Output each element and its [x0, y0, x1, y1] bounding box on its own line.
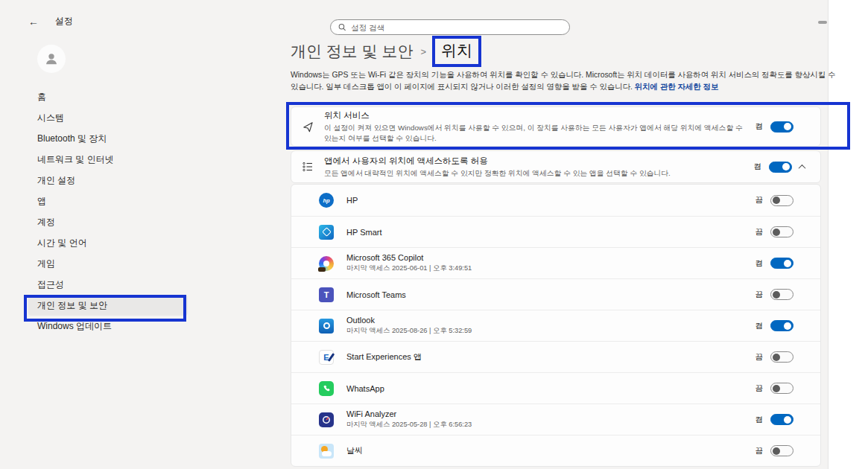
app-access-card[interactable]: 앱에서 사용자의 위치에 액세스하도록 허용 모든 앱에서 대략적인 위치에 액…	[291, 150, 821, 183]
app-name: 날씨	[346, 445, 743, 456]
sidebar-item-6[interactable]: 계정	[28, 211, 188, 232]
breadcrumb-parent[interactable]: 개인 정보 및 보안	[291, 41, 414, 62]
scrollbar-thumb[interactable]	[818, 21, 827, 24]
settings-window: ← 설정 홈시스템Bluetooth 및 장치네트워크 및 인터넷개인 설정앱계…	[0, 0, 829, 469]
location-service-card: 위치 서비스 이 설정이 켜져 있으면 Windows에서 위치를 사용할 수 …	[291, 106, 821, 147]
app-row: Outlook 마지막 액세스 2025-08-26 | 오후 5:32:59 …	[291, 310, 820, 341]
hp-icon: hp	[319, 193, 334, 208]
sidebar-item-label: Windows 업데이트	[37, 320, 112, 333]
app-access-text: 앱에서 사용자의 위치에 액세스하도록 허용 모든 앱에서 대략적인 위치에 액…	[324, 156, 754, 179]
app-name: WhatsApp	[346, 384, 743, 393]
search-box[interactable]	[330, 19, 570, 35]
app-name: Start Experiences 앱	[346, 351, 743, 363]
app-location-toggle[interactable]	[770, 320, 793, 331]
expander-chevron[interactable]	[792, 165, 811, 170]
app-permission-list: hp HP 끔 HP Smart 끔 Microsoft 365 Copilot…	[291, 184, 821, 467]
app-location-toggle[interactable]	[770, 414, 793, 425]
location-service-toggle-label: 켬	[755, 121, 764, 132]
learn-more-link[interactable]: 위치에 관한 자세한 정보	[635, 83, 719, 91]
app-location-toggle[interactable]	[770, 226, 793, 237]
toggle-knob	[773, 447, 780, 455]
app-access-toggle[interactable]	[769, 162, 792, 173]
window-header: ← 설정	[28, 15, 73, 28]
app-row: Microsoft 365 Copilot 마지막 액세스 2025-06-01…	[291, 247, 820, 278]
search-icon	[338, 23, 346, 31]
location-service-title: 위치 서비스	[324, 110, 745, 121]
settings-app-screenshot: ← 설정 홈시스템Bluetooth 및 장치네트워크 및 인터넷개인 설정앱계…	[0, 0, 868, 469]
user-avatar	[37, 45, 66, 73]
app-location-toggle[interactable]	[770, 258, 793, 269]
toggle-knob	[773, 197, 780, 204]
sidebar-item-label: 계정	[37, 216, 55, 229]
person-icon	[43, 51, 60, 67]
app-access-title: 앱에서 사용자의 위치에 액세스하도록 허용	[324, 156, 744, 167]
location-service-toggle[interactable]	[770, 121, 793, 133]
page-description: Windows는 GPS 또는 Wi-Fi 같은 장치의 기능을 사용하여 위치…	[291, 69, 842, 93]
app-row: E Start Experiences 앱 끔	[291, 341, 820, 372]
app-toggle-label: 켬	[755, 258, 764, 269]
app-toggle-label: 끔	[755, 383, 764, 394]
sidebar-item-5[interactable]: 앱	[28, 191, 188, 211]
app-location-toggle[interactable]	[770, 383, 793, 394]
teams-icon: T	[319, 287, 334, 302]
back-icon[interactable]: ←	[28, 16, 39, 28]
app-location-toggle[interactable]	[770, 351, 793, 363]
outlook-icon	[319, 319, 334, 334]
app-name: Microsoft Teams	[346, 290, 743, 299]
toggle-knob	[773, 291, 780, 299]
app-row: WhatsApp 끔	[291, 372, 820, 403]
sidebar-item-4[interactable]: 개인 설정	[28, 170, 188, 191]
app-name: Outlook	[346, 316, 743, 325]
app-name: WiFi Analyzer	[346, 409, 743, 418]
app-row: HP Smart 끔	[291, 216, 820, 247]
app-name: HP	[346, 196, 743, 205]
whatsapp-icon	[319, 381, 334, 396]
toggle-knob	[784, 416, 791, 424]
toggle-knob	[782, 163, 790, 170]
sidebar-item-11[interactable]: Windows 업데이트	[28, 316, 188, 336]
sidebar-item-label: 개인 정보 및 보안	[37, 299, 107, 312]
copilot-icon	[319, 256, 334, 271]
toggle-knob	[773, 354, 780, 361]
sidebar-item-8[interactable]: 게임	[28, 253, 188, 274]
app-row: 날씨 끔	[291, 435, 820, 466]
chevron-up-icon	[798, 164, 805, 171]
search-input[interactable]	[351, 23, 562, 32]
app-toggle-label: 끔	[755, 227, 764, 237]
sidebar-item-label: 게임	[37, 258, 55, 270]
sidebar-item-1[interactable]: 시스템	[28, 107, 188, 128]
location-service-description: 이 설정이 켜져 있으면 Windows에서 위치를 사용할 수 있으며, 이 …	[324, 123, 745, 143]
toggle-knob	[784, 123, 791, 130]
window-title: 설정	[55, 15, 73, 28]
app-location-toggle[interactable]	[770, 195, 793, 206]
toggle-knob	[784, 322, 791, 330]
sidebar-item-2[interactable]: Bluetooth 및 장치	[28, 128, 188, 149]
breadcrumb-separator-icon: >	[421, 46, 427, 57]
hp-smart-icon	[319, 225, 334, 240]
app-name: HP Smart	[346, 228, 743, 237]
page-description-text: Windows는 GPS 또는 Wi-Fi 같은 장치의 기능을 사용하여 위치…	[291, 71, 835, 91]
toggle-knob	[773, 229, 780, 236]
app-name: Microsoft 365 Copilot	[346, 253, 743, 262]
app-toggle-label: 끔	[755, 290, 764, 300]
toggle-knob	[784, 260, 791, 267]
app-toggle-label: 켬	[755, 415, 764, 425]
sidebar-item-3[interactable]: 네트워크 및 인터넷	[28, 149, 188, 170]
sidebar-item-7[interactable]: 시간 및 언어	[28, 232, 188, 253]
app-row: hp HP 끔	[291, 185, 820, 216]
app-toggle-label: 끔	[755, 352, 764, 363]
toggle-knob	[773, 385, 780, 392]
sidebar-item-10[interactable]: 개인 정보 및 보안	[28, 295, 188, 316]
sidebar-item-label: 네트워크 및 인터넷	[37, 153, 114, 166]
sidebar-item-label: 홈	[37, 91, 46, 103]
app-location-toggle[interactable]	[770, 445, 793, 456]
app-last-access: 마지막 액세스 2025-08-26 | 오후 5:32:59	[346, 326, 743, 336]
app-access-description: 모든 앱에서 대략적인 위치에 액세스할 수 있지만 정확한 위치에 액세스할 …	[324, 168, 744, 179]
app-last-access: 마지막 액세스 2025-05-28 | 오후 6:56:23	[346, 420, 743, 430]
sidebar-item-9[interactable]: 접근성	[28, 274, 188, 295]
sidebar-item-label: 시간 및 언어	[37, 237, 87, 249]
sidebar-item-0[interactable]: 홈	[28, 86, 188, 107]
app-location-toggle[interactable]	[770, 289, 793, 300]
navigation-arrow-icon	[291, 121, 324, 133]
app-row: WiFi Analyzer 마지막 액세스 2025-05-28 | 오후 6:…	[291, 403, 820, 435]
